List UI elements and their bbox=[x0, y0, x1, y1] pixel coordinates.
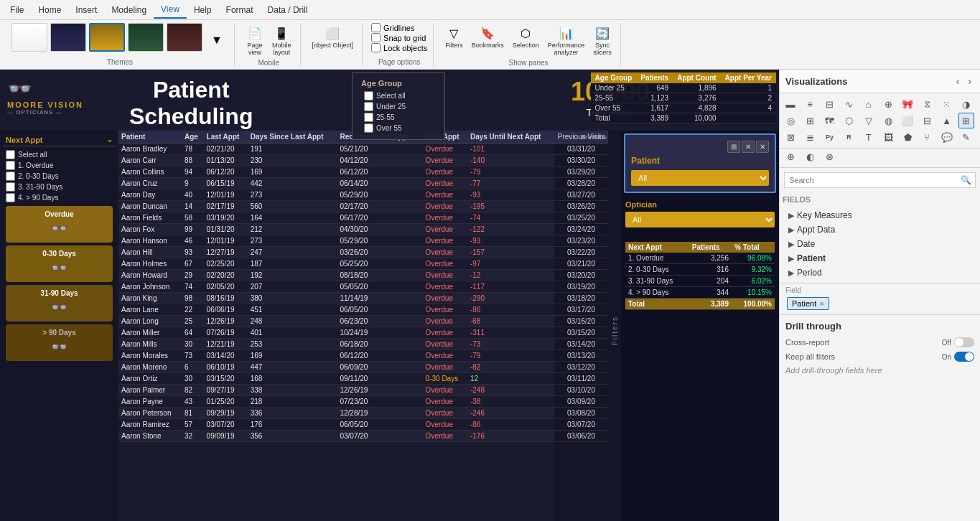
performance-btn[interactable]: 📊 Performanceanalyzer bbox=[545, 23, 588, 57]
gridlines-check[interactable]: Gridlines bbox=[371, 23, 414, 32]
selection-btn[interactable]: ⬡ Selection bbox=[510, 23, 542, 50]
next-3190days[interactable]: 3. 31-90 Days bbox=[3, 182, 116, 192]
vis-icon-stacked-area[interactable]: ⊕ bbox=[880, 96, 896, 112]
optician-select[interactable]: All bbox=[625, 212, 775, 227]
vis-icon-funnel[interactable]: ▽ bbox=[861, 113, 877, 128]
lock-objects-check[interactable]: Lock objects bbox=[371, 43, 427, 52]
vis-nav-next[interactable]: › bbox=[965, 74, 974, 88]
filters-btn[interactable]: ▽ Filters bbox=[442, 23, 466, 50]
vis-icon-smart-narr[interactable]: ✎ bbox=[958, 129, 974, 145]
vis-icon-extra-3[interactable]: ⊗ bbox=[821, 149, 837, 164]
popup-tool-btn-2[interactable]: ✕ bbox=[742, 141, 755, 153]
vis-icon-gauge[interactable]: ◍ bbox=[880, 113, 896, 128]
vis-icon-extra-2[interactable]: ◐ bbox=[802, 149, 818, 164]
vis-icon-treemap[interactable]: ⊞ bbox=[802, 113, 818, 128]
fields-item[interactable]: ▶ Appt Data bbox=[785, 222, 974, 237]
vis-icon-pie[interactable]: ◑ bbox=[958, 96, 974, 112]
vis-icon-image[interactable]: 🖼 bbox=[880, 129, 896, 145]
scale-to-fit-btn[interactable]: ⬜ [object Object] bbox=[309, 23, 357, 50]
age-25-55[interactable]: 25-55 bbox=[361, 112, 436, 123]
vis-icon-shapes[interactable]: ⬟ bbox=[900, 129, 915, 145]
age-under25[interactable]: Under 25 bbox=[361, 101, 436, 112]
vis-nav-prev[interactable]: ‹ bbox=[953, 74, 963, 88]
vis-icon-text-box[interactable]: T bbox=[861, 129, 877, 145]
sync-slicers-btn[interactable]: 🔄 Syncslicers bbox=[590, 23, 615, 57]
theme-4[interactable] bbox=[128, 23, 164, 52]
slicer-expand-icon[interactable]: ⌄ bbox=[106, 135, 113, 144]
theme-3[interactable] bbox=[89, 23, 125, 52]
vis-icon-slicer[interactable]: ≣ bbox=[802, 129, 818, 145]
vis-icon-table[interactable]: ⊞ bbox=[958, 113, 974, 128]
vis-icon-line[interactable]: ∿ bbox=[841, 96, 857, 112]
patient-table-scroll[interactable]: PatientAgeLast ApptDays Since Last ApptR… bbox=[118, 131, 554, 442]
tab-data-drill[interactable]: Data / Drill bbox=[261, 2, 315, 18]
vis-icon-py[interactable]: Py bbox=[821, 129, 837, 145]
next-90plus-checkbox[interactable] bbox=[6, 193, 15, 202]
patient-filter-select[interactable]: All bbox=[631, 170, 769, 186]
vis-icon-card[interactable]: ⬜ bbox=[900, 113, 915, 128]
next-select-all-checkbox[interactable] bbox=[6, 150, 15, 159]
card-overdue[interactable]: Overdue 👓 bbox=[6, 206, 113, 243]
gridlines-checkbox[interactable] bbox=[371, 23, 381, 32]
popup-tool-btn-1[interactable]: ⊞ bbox=[727, 141, 740, 153]
tab-modeling[interactable]: Modeling bbox=[104, 2, 154, 18]
age-over55[interactable]: Over 55 bbox=[361, 123, 436, 133]
card-31-90-days[interactable]: 31-90 Days 👓 bbox=[6, 285, 113, 321]
next-030-checkbox[interactable] bbox=[6, 172, 15, 181]
vis-icon-qa[interactable]: 💬 bbox=[939, 129, 955, 145]
mobile-layout-btn[interactable]: 📱 Mobilelayout bbox=[269, 23, 294, 57]
age-select-all-checkbox[interactable] bbox=[364, 91, 373, 100]
next-3190-checkbox[interactable] bbox=[6, 182, 15, 192]
fields-item[interactable]: ▶ Key Measures bbox=[785, 208, 974, 222]
snap-to-grid-check[interactable]: Snap to grid bbox=[371, 33, 426, 42]
fields-item[interactable]: ▶ Patient bbox=[785, 251, 974, 266]
card-0-30-days[interactable]: 0-30 Days 👓 bbox=[6, 245, 113, 282]
themes-more-btn[interactable]: ▼ bbox=[205, 30, 228, 50]
tab-home[interactable]: Home bbox=[31, 2, 68, 18]
vis-icon-bar-chart[interactable]: ▬ bbox=[783, 96, 798, 112]
vis-icon-extra-1[interactable]: ⊕ bbox=[783, 149, 798, 164]
theme-2[interactable] bbox=[50, 23, 86, 52]
vis-icon-waterfall[interactable]: ⧖ bbox=[919, 96, 935, 112]
tab-insert[interactable]: Insert bbox=[68, 2, 104, 18]
vis-icon-scatter[interactable]: ⁙ bbox=[939, 96, 955, 112]
fields-item[interactable]: ▶ Date bbox=[785, 237, 974, 251]
tab-view[interactable]: View bbox=[154, 1, 187, 19]
vis-icon-donut[interactable]: ◎ bbox=[783, 113, 798, 128]
theme-5[interactable] bbox=[167, 23, 202, 52]
vis-icon-kpi[interactable]: ▲ bbox=[939, 113, 955, 128]
vis-icon-matrix[interactable]: ⊠ bbox=[783, 129, 798, 145]
previous-btn[interactable]: Previous bbox=[582, 131, 607, 143]
page-view-btn[interactable]: 📄 Pageview bbox=[243, 23, 266, 57]
tab-help[interactable]: Help bbox=[187, 2, 219, 18]
age-over55-checkbox[interactable] bbox=[364, 123, 373, 133]
next-overdue[interactable]: 1. Overdue bbox=[3, 160, 116, 171]
vis-icon-ribbon[interactable]: 🎀 bbox=[900, 96, 915, 112]
next-90plus[interactable]: 4. > 90 Days bbox=[3, 192, 116, 203]
keep-filters-toggle-track[interactable] bbox=[954, 352, 974, 362]
next-030days[interactable]: 2. 0-30 Days bbox=[3, 171, 116, 182]
snap-to-grid-checkbox[interactable] bbox=[371, 33, 381, 42]
theme-1[interactable] bbox=[11, 23, 47, 52]
vis-icon-decomp-tree[interactable]: ⑂ bbox=[919, 129, 935, 145]
tab-file[interactable]: File bbox=[3, 2, 31, 18]
card-90-plus-days[interactable]: > 90 Days 👓 bbox=[6, 324, 113, 361]
vis-icon-multi-row-card[interactable]: ⊟ bbox=[919, 113, 935, 128]
age-25-55-checkbox[interactable] bbox=[364, 113, 373, 122]
popup-close-btn[interactable]: ✕ bbox=[756, 141, 769, 153]
vis-icon-r[interactable]: R bbox=[841, 129, 857, 145]
cross-report-toggle-track[interactable] bbox=[954, 337, 974, 347]
fields-search-input[interactable] bbox=[784, 172, 976, 188]
age-under25-checkbox[interactable] bbox=[364, 102, 373, 111]
next-overdue-checkbox[interactable] bbox=[6, 161, 15, 170]
vis-icon-stacked-bar[interactable]: ≡ bbox=[802, 96, 818, 112]
vis-icon-100pct-bar[interactable]: ⊟ bbox=[821, 96, 837, 112]
vis-icon-filled-map[interactable]: ⬡ bbox=[841, 113, 857, 128]
vis-icon-map[interactable]: 🗺 bbox=[821, 113, 837, 128]
field-tag-remove-btn[interactable]: × bbox=[819, 299, 823, 308]
fields-item[interactable]: ▶ Period bbox=[785, 266, 974, 280]
age-select-all[interactable]: Select all bbox=[361, 90, 436, 101]
next-select-all[interactable]: Select all bbox=[3, 149, 116, 160]
bookmarks-btn[interactable]: 🔖 Bookmarks bbox=[469, 23, 507, 50]
tab-format[interactable]: Format bbox=[219, 2, 261, 18]
